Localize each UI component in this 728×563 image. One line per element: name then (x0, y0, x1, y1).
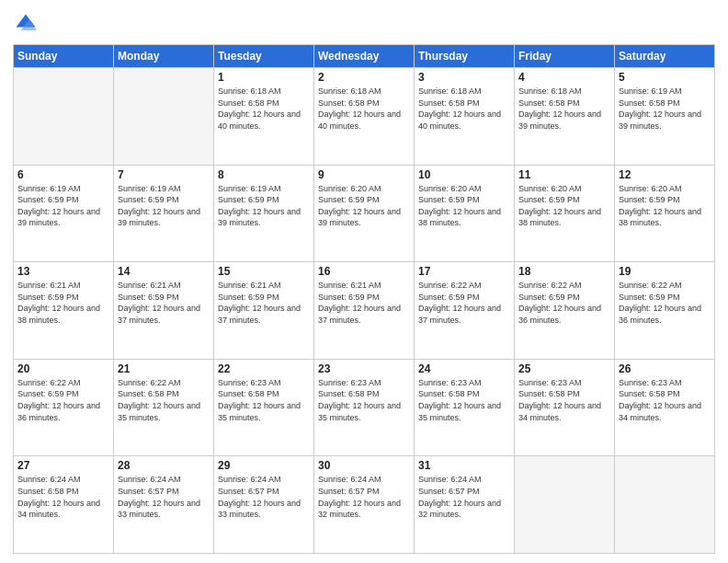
day-number: 25 (518, 362, 610, 375)
day-number: 3 (418, 71, 510, 84)
logo (13, 11, 42, 37)
week-row-4: 27Sunrise: 6:24 AMSunset: 6:58 PMDayligh… (14, 456, 715, 554)
calendar-cell: 4Sunrise: 6:18 AMSunset: 6:58 PMDaylight… (515, 68, 615, 166)
day-info: Sunrise: 6:19 AMSunset: 6:58 PMDaylight:… (619, 86, 711, 132)
col-header-tuesday: Tuesday (214, 45, 314, 68)
calendar-cell: 1Sunrise: 6:18 AMSunset: 6:58 PMDaylight… (214, 68, 314, 166)
day-number: 4 (518, 71, 610, 84)
calendar-cell: 19Sunrise: 6:22 AMSunset: 6:59 PMDayligh… (615, 262, 715, 360)
calendar-cell: 25Sunrise: 6:23 AMSunset: 6:58 PMDayligh… (515, 359, 615, 456)
page: SundayMondayTuesdayWednesdayThursdayFrid… (0, 0, 728, 563)
calendar-cell: 18Sunrise: 6:22 AMSunset: 6:59 PMDayligh… (515, 262, 615, 360)
calendar-cell: 26Sunrise: 6:23 AMSunset: 6:58 PMDayligh… (615, 359, 715, 456)
day-number: 22 (218, 362, 310, 375)
day-info: Sunrise: 6:23 AMSunset: 6:58 PMDaylight:… (518, 377, 610, 423)
day-number: 12 (619, 168, 711, 181)
calendar-cell: 14Sunrise: 6:21 AMSunset: 6:59 PMDayligh… (114, 262, 214, 360)
col-header-friday: Friday (515, 45, 615, 68)
day-number: 11 (518, 168, 610, 181)
day-number: 19 (619, 265, 711, 278)
day-number: 15 (218, 265, 310, 278)
day-number: 7 (118, 168, 210, 181)
day-number: 27 (17, 459, 109, 472)
week-row-2: 13Sunrise: 6:21 AMSunset: 6:59 PMDayligh… (14, 262, 715, 360)
day-number: 8 (218, 168, 310, 181)
day-info: Sunrise: 6:24 AMSunset: 6:57 PMDaylight:… (218, 474, 310, 520)
day-info: Sunrise: 6:23 AMSunset: 6:58 PMDaylight:… (218, 377, 310, 423)
week-row-1: 6Sunrise: 6:19 AMSunset: 6:59 PMDaylight… (14, 165, 715, 262)
calendar-cell: 10Sunrise: 6:20 AMSunset: 6:59 PMDayligh… (415, 165, 515, 262)
calendar-cell: 3Sunrise: 6:18 AMSunset: 6:58 PMDaylight… (415, 68, 515, 166)
day-number: 20 (17, 362, 109, 375)
calendar-cell: 11Sunrise: 6:20 AMSunset: 6:59 PMDayligh… (515, 165, 615, 262)
day-number: 13 (17, 265, 109, 278)
day-number: 18 (518, 265, 610, 278)
week-row-0: 1Sunrise: 6:18 AMSunset: 6:58 PMDaylight… (14, 68, 715, 166)
calendar-cell: 22Sunrise: 6:23 AMSunset: 6:58 PMDayligh… (214, 359, 314, 456)
calendar-cell: 29Sunrise: 6:24 AMSunset: 6:57 PMDayligh… (214, 456, 314, 554)
col-header-thursday: Thursday (415, 45, 515, 68)
day-info: Sunrise: 6:20 AMSunset: 6:59 PMDaylight:… (418, 183, 510, 229)
header-row: SundayMondayTuesdayWednesdayThursdayFrid… (14, 45, 715, 68)
calendar-cell (14, 68, 114, 166)
day-info: Sunrise: 6:22 AMSunset: 6:59 PMDaylight:… (17, 377, 109, 423)
logo-icon (13, 11, 39, 37)
day-info: Sunrise: 6:18 AMSunset: 6:58 PMDaylight:… (418, 86, 510, 132)
calendar-cell (615, 456, 715, 554)
day-info: Sunrise: 6:21 AMSunset: 6:59 PMDaylight:… (118, 280, 210, 326)
col-header-saturday: Saturday (615, 45, 715, 68)
calendar-cell: 7Sunrise: 6:19 AMSunset: 6:59 PMDaylight… (114, 165, 214, 262)
day-number: 17 (418, 265, 510, 278)
day-number: 1 (218, 71, 310, 84)
day-info: Sunrise: 6:21 AMSunset: 6:59 PMDaylight:… (218, 280, 310, 326)
day-number: 14 (118, 265, 210, 278)
day-info: Sunrise: 6:22 AMSunset: 6:59 PMDaylight:… (418, 280, 510, 326)
day-info: Sunrise: 6:20 AMSunset: 6:59 PMDaylight:… (619, 183, 711, 229)
calendar-cell: 12Sunrise: 6:20 AMSunset: 6:59 PMDayligh… (615, 165, 715, 262)
calendar-cell: 13Sunrise: 6:21 AMSunset: 6:59 PMDayligh… (14, 262, 114, 360)
day-info: Sunrise: 6:24 AMSunset: 6:58 PMDaylight:… (17, 474, 109, 520)
day-info: Sunrise: 6:21 AMSunset: 6:59 PMDaylight:… (17, 280, 109, 326)
calendar: SundayMondayTuesdayWednesdayThursdayFrid… (13, 44, 715, 554)
day-info: Sunrise: 6:21 AMSunset: 6:59 PMDaylight:… (318, 280, 410, 326)
calendar-body: 1Sunrise: 6:18 AMSunset: 6:58 PMDaylight… (14, 68, 715, 554)
day-number: 23 (318, 362, 410, 375)
calendar-cell: 27Sunrise: 6:24 AMSunset: 6:58 PMDayligh… (14, 456, 114, 554)
calendar-cell: 9Sunrise: 6:20 AMSunset: 6:59 PMDaylight… (314, 165, 415, 262)
day-info: Sunrise: 6:22 AMSunset: 6:58 PMDaylight:… (118, 377, 210, 423)
day-number: 5 (619, 71, 711, 84)
calendar-cell: 28Sunrise: 6:24 AMSunset: 6:57 PMDayligh… (114, 456, 214, 554)
day-info: Sunrise: 6:20 AMSunset: 6:59 PMDaylight:… (518, 183, 610, 229)
calendar-cell: 24Sunrise: 6:23 AMSunset: 6:58 PMDayligh… (415, 359, 515, 456)
calendar-cell: 15Sunrise: 6:21 AMSunset: 6:59 PMDayligh… (214, 262, 314, 360)
day-number: 9 (318, 168, 410, 181)
calendar-cell: 8Sunrise: 6:19 AMSunset: 6:59 PMDaylight… (214, 165, 314, 262)
day-info: Sunrise: 6:23 AMSunset: 6:58 PMDaylight:… (619, 377, 711, 423)
day-info: Sunrise: 6:19 AMSunset: 6:59 PMDaylight:… (17, 183, 109, 229)
calendar-cell: 6Sunrise: 6:19 AMSunset: 6:59 PMDaylight… (14, 165, 114, 262)
day-info: Sunrise: 6:23 AMSunset: 6:58 PMDaylight:… (318, 377, 410, 423)
day-number: 28 (118, 459, 210, 472)
day-info: Sunrise: 6:18 AMSunset: 6:58 PMDaylight:… (318, 86, 410, 132)
day-info: Sunrise: 6:18 AMSunset: 6:58 PMDaylight:… (218, 86, 310, 132)
day-number: 2 (318, 71, 410, 84)
day-number: 29 (218, 459, 310, 472)
day-number: 21 (118, 362, 210, 375)
day-number: 26 (619, 362, 711, 375)
day-number: 6 (17, 168, 109, 181)
day-info: Sunrise: 6:18 AMSunset: 6:58 PMDaylight:… (518, 86, 610, 132)
day-number: 10 (418, 168, 510, 181)
calendar-cell (515, 456, 615, 554)
day-info: Sunrise: 6:24 AMSunset: 6:57 PMDaylight:… (418, 474, 510, 520)
calendar-cell: 31Sunrise: 6:24 AMSunset: 6:57 PMDayligh… (415, 456, 515, 554)
col-header-sunday: Sunday (14, 45, 114, 68)
calendar-cell (114, 68, 214, 166)
day-info: Sunrise: 6:23 AMSunset: 6:58 PMDaylight:… (418, 377, 510, 423)
calendar-cell: 17Sunrise: 6:22 AMSunset: 6:59 PMDayligh… (415, 262, 515, 360)
day-info: Sunrise: 6:24 AMSunset: 6:57 PMDaylight:… (118, 474, 210, 520)
calendar-cell: 5Sunrise: 6:19 AMSunset: 6:58 PMDaylight… (615, 68, 715, 166)
day-info: Sunrise: 6:24 AMSunset: 6:57 PMDaylight:… (318, 474, 410, 520)
calendar-header: SundayMondayTuesdayWednesdayThursdayFrid… (14, 45, 715, 68)
calendar-cell: 23Sunrise: 6:23 AMSunset: 6:58 PMDayligh… (314, 359, 415, 456)
day-info: Sunrise: 6:20 AMSunset: 6:59 PMDaylight:… (318, 183, 410, 229)
